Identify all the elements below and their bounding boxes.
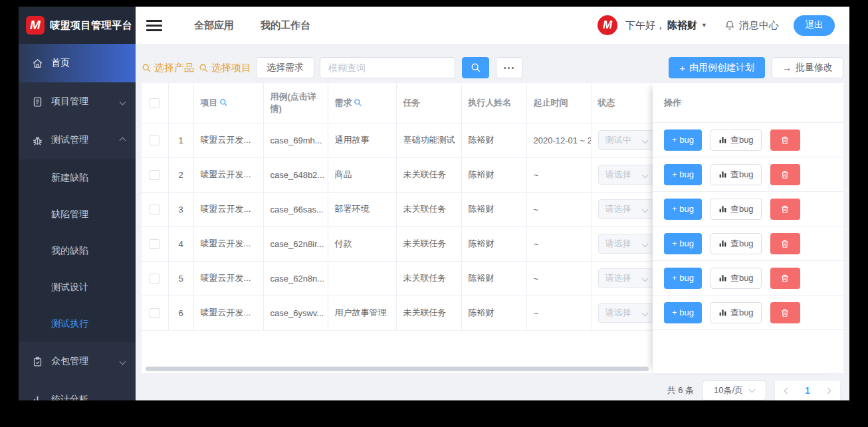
- page-number[interactable]: 1: [805, 385, 810, 396]
- row-checkbox[interactable]: [150, 308, 160, 318]
- delete-button[interactable]: [770, 129, 800, 151]
- sidebar-item-my-defects[interactable]: 我的缺陷: [19, 232, 136, 269]
- chevron-down-icon: [641, 310, 648, 317]
- cell-project: 唛盟云开发...: [193, 192, 263, 226]
- sidebar-item-test-mgmt[interactable]: 测试管理: [19, 121, 136, 159]
- add-bug-button[interactable]: + bug: [664, 268, 702, 289]
- cell-usecase[interactable]: case_62n8ir...: [263, 226, 328, 261]
- row-checkbox[interactable]: [150, 274, 160, 284]
- brand-title: 唛盟项目管理平台: [50, 19, 132, 32]
- horizontal-scrollbar[interactable]: [146, 367, 649, 371]
- select-all-checkbox[interactable]: [150, 98, 160, 108]
- add-bug-button[interactable]: + bug: [664, 302, 702, 323]
- trash-icon: [780, 170, 790, 179]
- row-checkbox[interactable]: [150, 239, 160, 249]
- add-bug-button[interactable]: + bug: [664, 164, 702, 185]
- sidebar-item-project-mgmt[interactable]: 项目管理: [19, 82, 136, 121]
- filter-toolbar: 选择产品 选择项目 选择需求 ••• + 由用例创建计划 →: [142, 57, 843, 78]
- cell-task: 基础功能测试: [396, 123, 461, 157]
- status-select[interactable]: 请选择: [598, 234, 653, 254]
- sidebar-item-test-design[interactable]: 测试设计: [19, 269, 136, 305]
- delete-button[interactable]: [770, 199, 800, 220]
- add-bug-button[interactable]: + bug: [664, 129, 702, 151]
- add-bug-button[interactable]: + bug: [664, 199, 702, 220]
- delete-button[interactable]: [770, 164, 800, 185]
- batch-edit-button[interactable]: → 批量修改: [772, 57, 843, 78]
- nav-my-workspace[interactable]: 我的工作台: [261, 19, 310, 32]
- cell-usecase[interactable]: case_648b2...: [263, 157, 328, 192]
- nav-all-apps[interactable]: 全部应用: [194, 19, 234, 32]
- avatar[interactable]: M: [597, 15, 617, 35]
- search-button[interactable]: [462, 57, 489, 78]
- delete-button[interactable]: [770, 233, 800, 254]
- search-icon: [471, 62, 481, 73]
- sidebar-item-statistics[interactable]: 统计分析: [19, 381, 136, 400]
- cell-requirement: 付款: [328, 226, 396, 261]
- toolbar-actions: + 由用例创建计划 → 批量修改: [669, 57, 843, 78]
- view-bug-button[interactable]: 查bug: [710, 199, 762, 220]
- status-select[interactable]: 请选择: [598, 303, 653, 323]
- logout-button[interactable]: 退出: [794, 15, 835, 36]
- view-bug-button[interactable]: 查bug: [710, 164, 762, 185]
- app-window: M 唛盟项目管理平台 首页 项目管理 测试管理 新建缺陷 缺陷管理 我的缺陷: [19, 7, 849, 400]
- cell-executor: 陈裕财: [461, 192, 526, 226]
- cell-usecase[interactable]: case_66sas...: [263, 192, 328, 226]
- cell-requirement: [328, 261, 396, 296]
- sidebar-item-new-defect[interactable]: 新建缺陷: [19, 159, 136, 196]
- view-bug-button[interactable]: 查bug: [710, 302, 762, 323]
- status-select[interactable]: 请选择: [598, 268, 653, 288]
- header-task: 任务: [396, 83, 461, 123]
- cell-index: 3: [168, 192, 193, 226]
- status-select[interactable]: 测试中: [598, 130, 653, 150]
- page-size-value: 10条/页: [714, 384, 743, 396]
- menu-toggle-icon[interactable]: [146, 20, 162, 31]
- table-row: 5 唛盟云开发... case_62n8n... 未关联任务 陈裕财 ~ 请选择: [142, 261, 653, 296]
- cell-project: 唛盟云开发...: [193, 123, 263, 157]
- view-bug-button[interactable]: 查bug: [710, 268, 762, 289]
- cell-requirement: 部署环境: [328, 192, 396, 226]
- cell-usecase[interactable]: case_6yswv...: [263, 296, 328, 330]
- message-center-link[interactable]: 消息中心: [724, 19, 779, 32]
- select-product-link[interactable]: 选择产品: [142, 62, 194, 74]
- row-checkbox[interactable]: [150, 205, 160, 214]
- cell-executor: 陈裕财: [461, 123, 526, 157]
- cell-usecase[interactable]: case_62n8n...: [263, 261, 328, 296]
- row-checkbox[interactable]: [150, 170, 160, 180]
- message-center-label: 消息中心: [739, 19, 779, 32]
- search-icon[interactable]: [219, 98, 228, 107]
- fuzzy-search-input[interactable]: [320, 57, 455, 78]
- header-index: [168, 83, 193, 123]
- next-page-button[interactable]: [825, 388, 830, 393]
- home-icon: [32, 58, 43, 69]
- sidebar-item-crowd-mgmt[interactable]: 众包管理: [19, 342, 136, 381]
- page-size-select[interactable]: 10条/页: [702, 381, 766, 400]
- sidebar-item-test-execution[interactable]: 测试执行: [19, 305, 136, 342]
- status-select[interactable]: 请选择: [598, 165, 653, 185]
- select-project-link[interactable]: 选择项目: [199, 62, 251, 74]
- sidebar-item-defect-mgmt[interactable]: 缺陷管理: [19, 196, 136, 232]
- chevron-down-icon: [641, 137, 648, 144]
- status-select[interactable]: 请选择: [598, 199, 653, 219]
- row-checkbox[interactable]: [150, 135, 160, 145]
- cell-usecase[interactable]: case_69mh...: [263, 123, 328, 157]
- user-menu[interactable]: 下午好， 陈裕财 ▼: [625, 19, 707, 32]
- sidebar-item-home[interactable]: 首页: [19, 44, 136, 82]
- table-row: 1 唛盟云开发... case_69mh... 通用故事 基础功能测试 陈裕财 …: [142, 123, 653, 157]
- view-bug-button[interactable]: 查bug: [710, 129, 762, 151]
- delete-button[interactable]: [770, 268, 800, 289]
- username: 陈裕财: [667, 19, 697, 32]
- cell-task: 未关联任务: [396, 261, 461, 296]
- add-bug-button[interactable]: + bug: [664, 233, 702, 254]
- prev-page-button[interactable]: [785, 388, 790, 393]
- delete-button[interactable]: [770, 302, 800, 323]
- cell-task: 未关联任务: [396, 296, 461, 330]
- search-icon[interactable]: [354, 98, 362, 107]
- header-executor: 执行人姓名: [461, 83, 526, 123]
- header-usecase: 用例(点击详情): [263, 83, 328, 123]
- cell-task: 未关联任务: [396, 226, 461, 261]
- view-bug-button[interactable]: 查bug: [710, 233, 762, 254]
- select-requirement-button[interactable]: 选择需求: [256, 57, 314, 78]
- create-plan-button[interactable]: + 由用例创建计划: [669, 57, 765, 78]
- more-button[interactable]: •••: [496, 57, 523, 78]
- caret-down-icon: ▼: [701, 22, 707, 29]
